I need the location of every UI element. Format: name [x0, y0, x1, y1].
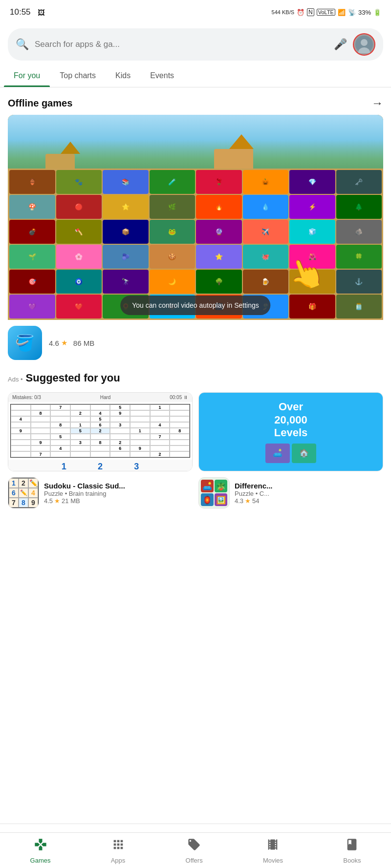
- books-label: Books: [343, 857, 361, 864]
- tab-top-charts[interactable]: Top charts: [50, 64, 106, 87]
- alarm-icon: ⏰: [297, 9, 304, 16]
- star-icon: ★: [61, 339, 67, 347]
- books-icon: [345, 838, 359, 855]
- sudoku-app-name: Sudoku - Classic Sud...: [44, 482, 193, 490]
- wifi-icon: 📶: [338, 9, 346, 16]
- difference-thumb: 🛋️ 🪴 🏮 🖼️: [198, 477, 230, 508]
- offline-games-arrow[interactable]: →: [371, 96, 383, 110]
- search-input[interactable]: [35, 40, 328, 49]
- sudoku-screenshot: Mistakes: 0/3Hard00:05 ⏸ 7 5 1: [8, 393, 192, 471]
- apps-icon: [111, 838, 125, 855]
- status-icons: 544 KB/S ⏰ N VoLTE 📶 📡 33% 🔋: [272, 8, 381, 16]
- game-meta: 4.6 ★ 86 MB: [49, 339, 383, 347]
- nav-offers[interactable]: Offers: [186, 838, 203, 864]
- sudoku-ad-card[interactable]: Mistakes: 0/3Hard00:05 ⏸ 7 5 1: [8, 392, 193, 471]
- difference-screenshot: Over20,000Levels 🛋️ 🏠: [199, 393, 383, 471]
- search-icon: 🔍: [16, 38, 29, 51]
- mic-icon[interactable]: 🎤: [334, 38, 347, 51]
- nfc-icon: N: [307, 8, 314, 16]
- nav-movies[interactable]: Movies: [263, 838, 283, 864]
- difference-app-name: Differenc...: [235, 482, 383, 490]
- avatar[interactable]: [353, 33, 375, 56]
- ad-cards-row: Mistakes: 0/3Hard00:05 ⏸ 7 5 1: [8, 392, 383, 471]
- bottom-nav: Games Apps Offers Movies Books: [0, 832, 391, 868]
- app-info-grid: 1 2 ✏️ 6 ✏️ 4 7 8 9 Sudoku - Classic Sud…: [8, 477, 383, 508]
- offline-game-card[interactable]: 🏺 🐾 📚 🧪 🌹 🎃 💎 🗝️ 🍄 🔴 ⭐ 🌿 🔥 💧 ⚡ 🌲 💣 🪓 �: [8, 115, 383, 360]
- game-info-row: 🪣 4.6 ★ 86 MB: [8, 320, 383, 360]
- difference-star-icon: ★: [245, 497, 251, 505]
- movies-label: Movies: [263, 857, 283, 864]
- battery-icon: 🔋: [373, 9, 381, 16]
- difference-ad-card[interactable]: Over20,000Levels 🛋️ 🏠: [198, 392, 383, 471]
- battery-level: 33%: [358, 9, 371, 16]
- sudoku-thumb: 1 2 ✏️ 6 ✏️ 4 7 8 9: [8, 477, 39, 508]
- tab-kids[interactable]: Kids: [106, 64, 140, 87]
- games-label: Games: [30, 857, 51, 864]
- offline-games-title: Offline games: [8, 98, 72, 109]
- tab-for-you[interactable]: For you: [4, 64, 50, 87]
- offers-label: Offers: [186, 857, 203, 864]
- status-photo-icon: 🖼: [38, 8, 45, 17]
- difference-app-info[interactable]: 🛋️ 🪴 🏮 🖼️ Differenc... Puzzle • C... 4.3…: [198, 477, 383, 508]
- sudoku-app-category: Puzzle • Brain training: [44, 490, 193, 497]
- nav-tabs: For you Top charts Kids Events: [0, 64, 391, 87]
- autoplay-toast: You can control video autoplay in Settin…: [120, 296, 270, 315]
- nav-games[interactable]: Games: [30, 838, 51, 864]
- apps-label: Apps: [111, 857, 126, 864]
- games-icon: [34, 838, 47, 855]
- ads-suggested-title: Suggested for you: [26, 372, 120, 384]
- nav-apps[interactable]: Apps: [111, 838, 126, 864]
- offers-icon: [187, 838, 201, 855]
- movies-icon: [266, 838, 280, 855]
- game-rating: 4.6 ★ 86 MB: [49, 339, 383, 347]
- sudoku-star-icon: ★: [54, 497, 60, 505]
- game-icon[interactable]: 🪣: [8, 326, 42, 360]
- tab-events[interactable]: Events: [140, 64, 184, 87]
- status-bar: 10:55 🖼 544 KB/S ⏰ N VoLTE 📶 📡 33% 🔋: [0, 0, 391, 24]
- sudoku-app-rating: 4.5 ★ 21 MB: [44, 497, 193, 505]
- nav-books[interactable]: Books: [343, 838, 361, 864]
- data-speed: 544 KB/S: [272, 9, 294, 15]
- ads-label: Ads •: [8, 376, 23, 383]
- svg-point-1: [361, 39, 368, 46]
- search-bar[interactable]: 🔍 🎤: [8, 28, 383, 61]
- game-screenshot: 🏺 🐾 📚 🧪 🌹 🎃 💎 🗝️ 🍄 🔴 ⭐ 🌿 🔥 💧 ⚡ 🌲 💣 🪓 �: [8, 115, 383, 320]
- sudoku-app-info[interactable]: 1 2 ✏️ 6 ✏️ 4 7 8 9 Sudoku - Classic Sud…: [8, 477, 193, 508]
- ads-section: Ads • Suggested for you Mistakes: 0/3Har…: [0, 360, 391, 508]
- signal-icon: 📡: [348, 9, 356, 16]
- difference-app-category: Puzzle • C...: [235, 490, 383, 497]
- volte-icon: VoLTE: [317, 9, 335, 16]
- offline-games-header: Offline games →: [0, 87, 391, 115]
- difference-app-rating: 4.3 ★ 54: [235, 497, 383, 505]
- status-time: 10:55: [10, 7, 31, 17]
